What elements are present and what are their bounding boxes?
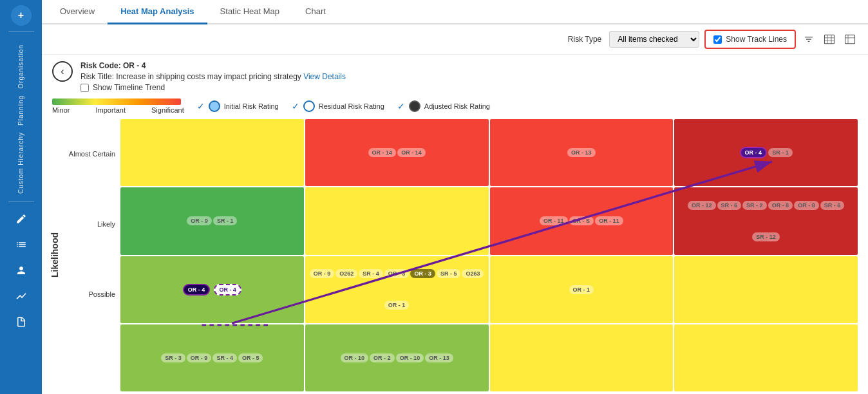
chip-or8b[interactable]: OR - 8 [794,201,819,210]
chip-or12[interactable]: OR - 12 [688,201,716,210]
severity-important: Important [96,106,126,114]
adjusted-circle [409,100,420,112]
chip-or14b[interactable]: OR - 14 [397,148,426,157]
tab-heatmap[interactable]: Heat Map Analysis [108,0,207,24]
show-track-lines-checkbox[interactable] [713,35,722,44]
heatmap-wrapper: Likelihood Almost Certain Likely Possibl… [42,117,868,394]
tab-chart[interactable]: Chart [292,0,339,24]
chip-or4-outline[interactable]: OR - 4 [214,284,241,296]
chip-sr1-1[interactable]: SR - 1 [213,216,238,225]
residual-circle [303,100,315,112]
heatmap-grid: Almost Certain Likely Possible OR - 14 O… [62,119,858,391]
initial-circle [209,100,220,112]
chip-or4-highlight[interactable]: OR - 4 [740,147,768,158]
cell-0-2: OR - 13 [490,119,674,186]
cell-0-0 [120,119,304,186]
chip-sr5[interactable]: SR - 5 [437,269,461,278]
chip-or9-2[interactable]: OR - 9 [310,269,335,278]
risk-title: Risk Title: Increase in shipping costs m… [80,72,346,81]
cell-1-1 [305,187,489,254]
grid-row-0: OR - 14 OR - 14 OR - 13 OR - 4 SR - 1 [120,119,858,186]
chip-or5[interactable]: OR - 5 [238,353,263,362]
chip-or11a[interactable]: OR - 11 [540,216,568,225]
chip-or8a[interactable]: OR - 8 [768,201,793,210]
chip-o262[interactable]: O262 [335,269,357,278]
residual-label: Residual Risk Rating [319,102,384,110]
filter-icon[interactable] [801,32,816,47]
sidebar-label-planning[interactable]: Planning [17,93,24,128]
show-track-lines-button[interactable]: Show Track Lines [704,30,796,49]
legend-bar: Minor Important Significant ✓ Initial Ri… [42,96,868,117]
cell-3-0: SR - 3 OR - 9 SR - 4 OR - 5 [120,324,304,391]
export-pdf-icon[interactable] [842,32,858,47]
sidebar-list-icon[interactable] [10,233,33,256]
cell-2-0: OR - 4 OR - 4 [120,256,304,323]
cell-2-3 [674,256,858,323]
sidebar: + Organisation Planning Custom Hierarchy [0,0,42,394]
severity-minor: Minor [52,106,70,114]
chip-sr6a[interactable]: SR - 6 [717,201,742,210]
grid-row-1: OR - 9 SR - 1 OR - 11 SR - S OR - 11 OR … [120,187,858,254]
chip-or3-olive[interactable]: OR - 3 [410,269,435,278]
back-button[interactable]: ‹ [52,61,73,82]
severity-bar: Minor Important Significant [52,98,184,114]
cell-1-3: OR - 12 SR - 6 SR - 2 OR - 8 OR - 8 SR -… [674,187,858,254]
show-timeline-row: Show Timeline Trend [80,83,346,92]
chip-or1-2[interactable]: OR - 1 [384,301,410,310]
chip-or10b[interactable]: OR - 10 [396,353,424,362]
chip-sr4-3[interactable]: SR - 4 [212,353,237,362]
chip-or4-black[interactable]: OR - 4 [183,284,211,296]
chip-sr4[interactable]: SR - 4 [359,269,383,278]
view-details-link[interactable]: View Details [303,72,346,81]
chip-or1-3[interactable]: OR - 1 [569,285,594,294]
chip-or3a[interactable]: OR - 3 [384,269,410,278]
svg-rect-0 [825,35,835,44]
chip-sr12[interactable]: SR - 12 [752,232,780,241]
chip-or13-3[interactable]: OR - 13 [425,353,453,362]
risk-code-value: OR - 4 [123,61,146,70]
chip-sr1-0[interactable]: SR - 1 [768,148,793,157]
cell-3-1: OR - 10 OR - 2 OR - 10 OR - 13 [305,324,489,391]
sidebar-doc-icon[interactable] [10,310,33,333]
tab-overview[interactable]: Overview [47,0,108,24]
sidebar-chart-icon[interactable] [10,285,33,308]
risk-title-label: Risk Title: Increase in shipping costs m… [80,72,303,81]
show-track-lines-label: Show Track Lines [726,35,787,44]
export-xls-icon[interactable] [822,32,837,47]
cell-1-0: OR - 9 SR - 1 [120,187,304,254]
main-content: Overview Heat Map Analysis Static Heat M… [42,0,868,394]
chip-or9[interactable]: OR - 9 [187,216,212,225]
sidebar-person-icon[interactable] [10,259,33,282]
severity-significant: Significant [151,106,184,114]
chip-or13[interactable]: OR - 13 [567,148,596,157]
chip-sr3[interactable]: SR - 3 [161,353,185,362]
add-button[interactable]: + [11,5,32,26]
sidebar-divider [8,31,34,32]
sidebar-label-custom[interactable]: Custom Hierarchy [17,129,24,196]
cell-3-3 [674,324,858,391]
legend-residual: ✓ Residual Risk Rating [292,100,384,112]
y-axis-label: Likelihood [47,119,62,391]
sidebar-edit-icon[interactable] [10,207,33,230]
show-timeline-checkbox[interactable] [80,84,89,92]
chip-or9-3[interactable]: OR - 9 [187,353,212,362]
grid-row-2: OR - 4 OR - 4 OR - 9 O262 SR - 4 OR - 3 … [120,256,858,323]
chip-sr6b[interactable]: SR - 6 [820,201,845,210]
risk-details: Risk Code: OR - 4 Risk Title: Increase i… [80,61,346,92]
chip-or10a[interactable]: OR - 10 [341,353,369,362]
chip-o263[interactable]: O263 [462,269,484,278]
initial-label: Initial Risk Rating [224,102,279,110]
tab-static[interactable]: Static Heat Map [207,0,293,24]
chip-srs[interactable]: SR - S [569,216,594,225]
svg-rect-5 [845,35,855,44]
chip-or11b[interactable]: OR - 11 [595,216,623,225]
risk-code: Risk Code: OR - 4 [80,61,346,70]
chip-or2[interactable]: OR - 2 [370,353,395,362]
chip-sr2[interactable]: SR - 2 [742,201,767,210]
cell-0-3: OR - 4 SR - 1 [674,119,858,186]
sidebar-label-organisation[interactable]: Organisation [17,42,24,91]
risk-info-bar: ‹ Risk Code: OR - 4 Risk Title: Increase… [42,55,868,96]
risk-type-select[interactable]: All items checked [609,31,699,48]
chip-or14a[interactable]: OR - 14 [368,148,397,157]
grid-row-3: SR - 3 OR - 9 SR - 4 OR - 5 OR - 10 OR -… [120,324,858,391]
